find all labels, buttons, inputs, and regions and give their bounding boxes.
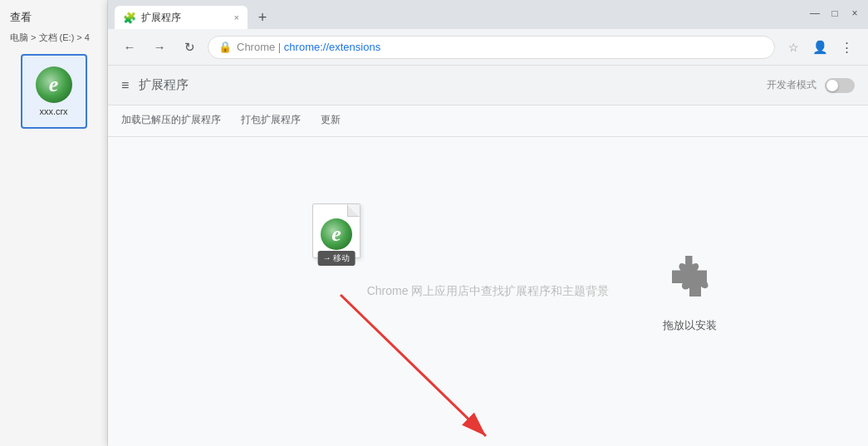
file-corner: [348, 204, 360, 216]
file-explorer-panel: 查看 电脑 > 文档 (E:) > 4 xxx.crx: [0, 0, 108, 446]
tab-close-button[interactable]: ×: [234, 12, 239, 22]
ie-green-logo: [36, 66, 72, 103]
lock-icon: 🔒: [218, 41, 232, 53]
url-path: chrome://extensions: [284, 41, 380, 53]
toggle-knob: [826, 80, 838, 91]
extensions-title: 扩展程序: [139, 77, 189, 93]
minimize-button[interactable]: —: [808, 7, 821, 20]
url-text: Chrome | chrome://extensions: [237, 41, 764, 53]
profile-button[interactable]: 👤: [808, 36, 831, 59]
hamburger-menu[interactable]: ≡: [121, 78, 129, 93]
menu-button[interactable]: ⋮: [835, 36, 858, 59]
tab-title: 扩展程序: [141, 11, 181, 25]
browser-tab[interactable]: 🧩 扩展程序 ×: [115, 6, 248, 29]
update-button[interactable]: 更新: [321, 110, 341, 132]
crx-file-icon[interactable]: xxx.crx: [21, 54, 87, 129]
maximize-button[interactable]: □: [828, 7, 841, 20]
refresh-button[interactable]: ↻: [178, 36, 201, 59]
tab-extension-icon: 🧩: [123, 12, 136, 24]
move-badge: → 移动: [318, 251, 356, 266]
dragged-file: → 移动: [307, 203, 365, 270]
header-right: 开发者模式: [767, 78, 855, 93]
new-tab-button[interactable]: +: [251, 6, 274, 29]
extensions-header: ≡ 扩展程序 开发者模式: [108, 66, 868, 105]
address-bar: ← → ↻ 🔒 Chrome | chrome://extensions ☆ 👤…: [108, 29, 868, 66]
extensions-sub-header: 加载已解压的扩展程序 打包扩展程序 更新: [108, 105, 868, 137]
extensions-main: Chrome 网上应用店中查找扩展程序和主题背景 → 移动 拖放以安装: [108, 137, 868, 446]
puzzle-icon: [660, 250, 718, 308]
url-prefix: Chrome |: [237, 41, 284, 53]
ie-dragged-logo: [321, 218, 352, 250]
pack-extension-button[interactable]: 打包扩展程序: [241, 110, 301, 132]
view-label: 查看: [7, 7, 101, 32]
url-bar[interactable]: 🔒 Chrome | chrome://extensions: [208, 36, 775, 59]
dev-mode-label: 开发者模式: [767, 78, 817, 92]
dev-mode-toggle[interactable]: [825, 78, 855, 93]
drop-zone: 拖放以安装: [660, 250, 718, 333]
title-bar: 🧩 扩展程序 × + — □ ×: [108, 0, 868, 29]
file-label: xxx.crx: [39, 106, 67, 116]
breadcrumb: 电脑 > 文档 (E:) > 4: [7, 32, 101, 51]
window-controls: — □ ×: [808, 7, 861, 20]
svg-line-1: [341, 295, 486, 436]
file-page-icon: → 移动: [312, 203, 360, 258]
close-button[interactable]: ×: [848, 7, 861, 20]
drop-label: 拖放以安装: [663, 318, 717, 333]
forward-button[interactable]: →: [148, 36, 171, 59]
bookmark-button[interactable]: ☆: [782, 36, 805, 59]
back-button[interactable]: ←: [118, 36, 141, 59]
watermark-text: Chrome 网上应用店中查找扩展程序和主题背景: [367, 284, 610, 299]
address-right-buttons: ☆ 👤 ⋮: [782, 36, 858, 59]
load-unpacked-button[interactable]: 加载已解压的扩展程序: [121, 110, 221, 132]
browser-window: 🧩 扩展程序 × + — □ × ← → ↻ 🔒 Chrome | chrome…: [108, 0, 868, 446]
